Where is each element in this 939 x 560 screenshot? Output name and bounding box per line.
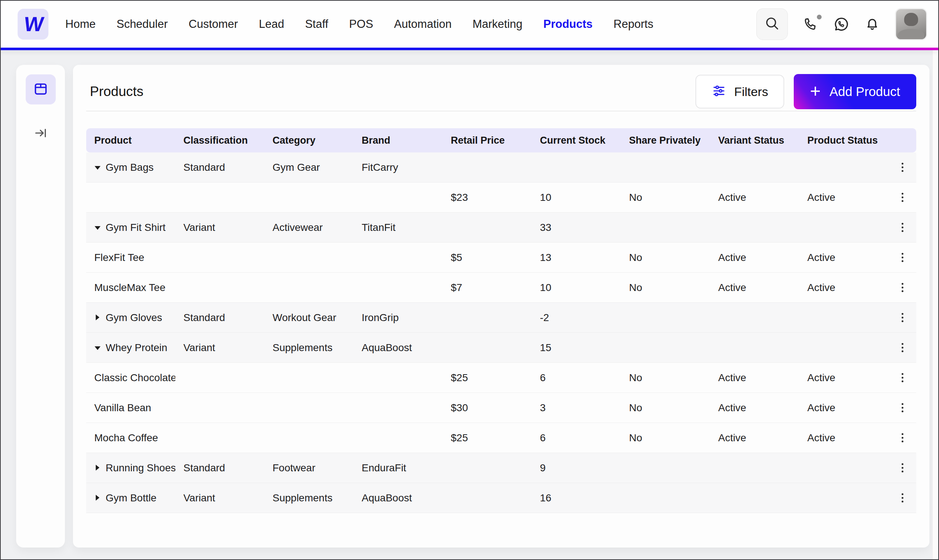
product-name: Gym Gloves [106, 312, 162, 324]
row-actions-cell [888, 370, 916, 385]
kebab-menu-icon[interactable] [899, 460, 907, 475]
product-status-cell: Active [799, 402, 888, 414]
share-privately-cell: No [621, 252, 710, 263]
product-status-cell: Active [799, 282, 888, 294]
nav-item-customer[interactable]: Customer [188, 18, 238, 31]
row-actions-cell [888, 250, 916, 265]
row-actions-cell [888, 220, 916, 235]
expander-icon[interactable] [94, 314, 101, 321]
user-avatar[interactable] [895, 8, 927, 40]
product-name: Whey Protein [106, 342, 167, 354]
app-logo[interactable]: W [18, 9, 48, 40]
expander-icon[interactable] [94, 164, 101, 171]
kebab-menu-icon[interactable] [899, 310, 907, 325]
column-header: Product Status [799, 135, 888, 146]
add-product-button[interactable]: + Add Product [794, 74, 916, 109]
collapse-arrow-icon [33, 126, 48, 142]
filters-button[interactable]: Filters [695, 75, 785, 108]
current-stock-cell: 9 [532, 462, 621, 474]
header-actions: Filters + Add Product [695, 74, 916, 109]
kebab-menu-icon[interactable] [899, 250, 907, 265]
category-cell: Supplements [264, 492, 354, 504]
products-box-icon [32, 80, 49, 98]
table-row: Gym Fit Shirt Variant Activewear TitanFi… [86, 212, 916, 243]
sidebar-collapse-button[interactable] [33, 126, 48, 142]
nav-item-home[interactable]: Home [65, 18, 96, 31]
search-icon [765, 16, 780, 32]
classification-cell: Variant [175, 492, 264, 504]
kebab-menu-icon[interactable] [899, 400, 907, 415]
table-row: $23 10 No Active Active [86, 183, 916, 212]
variant-status-cell: Active [710, 432, 799, 444]
expander-icon[interactable] [94, 465, 101, 471]
nav-item-staff[interactable]: Staff [305, 18, 328, 31]
app-logo-letter: W [23, 14, 44, 34]
table-row: Running Shoes Standard Footwear EnduraFi… [86, 453, 916, 483]
product-name: Gym Bags [106, 162, 154, 173]
bell-icon [864, 16, 880, 32]
notifications-button[interactable] [864, 16, 880, 32]
page-scrollbar[interactable] [933, 50, 938, 559]
expander-icon[interactable] [94, 224, 101, 231]
kebab-menu-icon[interactable] [899, 430, 907, 445]
kebab-menu-icon[interactable] [899, 160, 907, 175]
products-panel: Products Filters + Add Product [73, 65, 930, 548]
search-button[interactable] [756, 8, 788, 40]
brand-cell: EnduraFit [354, 462, 443, 474]
nav-item-lead[interactable]: Lead [259, 18, 284, 31]
retail-price-cell: $30 [443, 402, 532, 414]
share-privately-cell: No [621, 192, 710, 203]
classification-cell: Standard [175, 462, 264, 474]
products-table: ProductClassificationCategoryBrandRetail… [86, 128, 916, 513]
product-name-cell: Running Shoes [86, 462, 175, 474]
column-header: Variant Status [710, 135, 799, 146]
expander-icon[interactable] [94, 345, 101, 351]
kebab-menu-icon[interactable] [899, 280, 907, 295]
brand-cell: IronGrip [354, 312, 443, 324]
product-name-cell: Mocha Coffee [86, 432, 175, 444]
nav-item-products[interactable]: Products [543, 18, 592, 31]
navbar-gradient-divider [1, 48, 938, 50]
page-title: Products [90, 84, 143, 99]
kebab-menu-icon[interactable] [899, 220, 907, 235]
column-header: Current Stock [532, 135, 621, 146]
add-product-label: Add Product [830, 84, 900, 99]
product-name-cell: Vanilla Bean [86, 402, 175, 414]
classification-cell: Variant [175, 222, 264, 234]
kebab-menu-icon[interactable] [899, 490, 907, 505]
filters-button-label: Filters [734, 85, 768, 99]
brand-cell: AquaBoost [354, 342, 443, 354]
variant-status-cell: Active [710, 192, 799, 203]
product-name: MuscleMax Tee [94, 282, 165, 294]
category-cell: Activewear [264, 222, 354, 234]
column-header: Classification [175, 135, 264, 146]
nav-item-automation[interactable]: Automation [394, 18, 452, 31]
phone-button[interactable] [803, 16, 819, 32]
nav-actions [756, 8, 927, 40]
product-name: Classic Chocolate [94, 372, 175, 384]
table-row: Gym Bags Standard Gym Gear FitCarry [86, 152, 916, 183]
plus-icon: + [810, 82, 820, 100]
filters-sliders-icon [712, 83, 726, 100]
row-actions-cell [888, 430, 916, 445]
nav-item-marketing[interactable]: Marketing [472, 18, 522, 31]
nav-item-pos[interactable]: POS [349, 18, 373, 31]
kebab-menu-icon[interactable] [899, 190, 907, 205]
column-header: Brand [354, 135, 443, 146]
nav-item-scheduler[interactable]: Scheduler [117, 18, 168, 31]
row-actions-cell [888, 460, 916, 475]
sidebar-item-products[interactable] [26, 74, 56, 105]
whatsapp-button[interactable] [833, 16, 850, 32]
page-header: Products Filters + Add Product [86, 65, 916, 109]
current-stock-cell: -2 [532, 312, 621, 324]
phone-icon [803, 16, 819, 32]
kebab-menu-icon[interactable] [899, 370, 907, 385]
brand-cell: AquaBoost [354, 492, 443, 504]
current-stock-cell: 3 [532, 402, 621, 414]
expander-icon[interactable] [94, 495, 101, 502]
current-stock-cell: 15 [532, 342, 621, 354]
nav-item-reports[interactable]: Reports [614, 18, 654, 31]
kebab-menu-icon[interactable] [899, 340, 907, 355]
row-actions-cell [888, 160, 916, 175]
retail-price-cell: $25 [443, 432, 532, 444]
